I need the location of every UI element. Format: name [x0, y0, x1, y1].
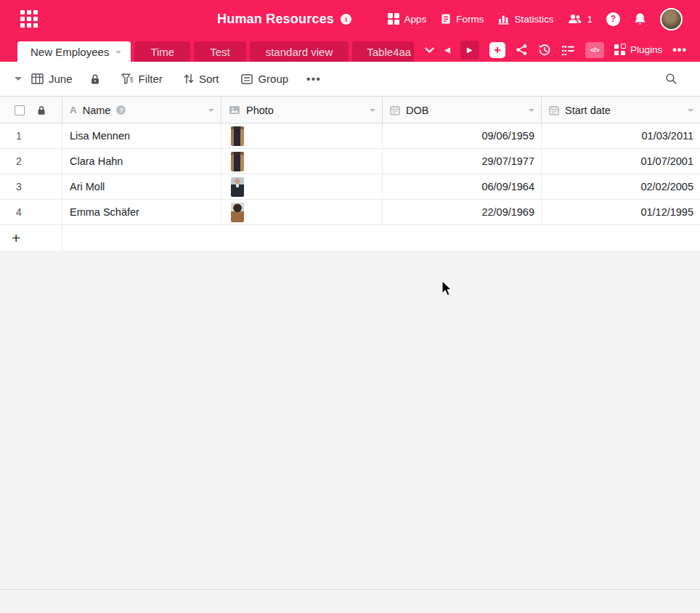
- row-number: 4: [16, 206, 22, 218]
- filter-icon: [121, 73, 134, 84]
- filter-label: Filter: [139, 73, 163, 85]
- name-value: Emma Schäfer: [70, 206, 139, 218]
- add-row-row: +: [0, 225, 700, 251]
- page-title: Human Resources: [217, 12, 334, 27]
- column-header-dob[interactable]: DOB: [383, 97, 542, 123]
- start-date-value: 01/12/1995: [640, 206, 693, 218]
- tab-test[interactable]: Test: [194, 41, 246, 62]
- add-table-button[interactable]: +: [489, 42, 505, 58]
- table-row[interactable]: 3 Ari Moll 06/09/1964 02/02/2005: [0, 174, 700, 200]
- add-row-button[interactable]: +: [0, 225, 62, 251]
- scroll-tabs-right-button[interactable]: ▶: [460, 41, 479, 60]
- topbar-actions: Apps Forms Statistics 1 ?: [388, 0, 683, 38]
- column-dropdown-icon[interactable]: [529, 109, 534, 115]
- grid-header-gutter: [0, 97, 62, 123]
- tab-label: Time: [150, 46, 174, 58]
- cell-start-date[interactable]: 02/02/2005: [542, 174, 700, 199]
- cell-photo[interactable]: [221, 174, 383, 199]
- group-button[interactable]: Group: [241, 73, 288, 85]
- search-icon[interactable]: [665, 73, 677, 85]
- cell-photo[interactable]: [221, 149, 383, 174]
- cell-dob[interactable]: 06/09/1964: [383, 174, 542, 199]
- toolbar-more-icon[interactable]: •••: [306, 73, 321, 85]
- forms-button[interactable]: Forms: [440, 13, 484, 25]
- table-row[interactable]: 1 Lisa Mennen 09/06/1959 01/03/2011: [0, 123, 700, 149]
- cell-start-date[interactable]: 01/03/2011: [542, 123, 700, 148]
- table-row[interactable]: 2 Clara Hahn 29/07/1977 01/07/2001: [0, 149, 700, 174]
- history-icon[interactable]: [538, 44, 551, 57]
- cell-dob[interactable]: 09/06/1959: [383, 123, 542, 148]
- statistics-button[interactable]: Statistics: [497, 13, 553, 25]
- collaborators-icon: [567, 13, 582, 25]
- photo-thumbnail[interactable]: [231, 203, 244, 222]
- filter-button[interactable]: Filter: [121, 73, 163, 85]
- cell-name[interactable]: Clara Hahn: [62, 149, 221, 174]
- views-collapse-icon[interactable]: [15, 77, 22, 84]
- select-all-checkbox[interactable]: [15, 105, 25, 115]
- name-value: Ari Moll: [70, 181, 105, 192]
- user-avatar[interactable]: [660, 8, 683, 31]
- cell-start-date[interactable]: 01/12/1995: [542, 200, 700, 224]
- sort-button[interactable]: Sort: [184, 73, 219, 85]
- cell-photo[interactable]: [221, 123, 383, 148]
- row-gutter[interactable]: 2: [0, 149, 62, 174]
- workspace-grid-icon[interactable]: [20, 10, 38, 28]
- apps-button[interactable]: Apps: [388, 13, 426, 25]
- tab-standard-view[interactable]: standard view: [250, 41, 349, 62]
- cell-dob[interactable]: 22/09/1969: [383, 200, 542, 224]
- start-date-value: 01/07/2001: [640, 155, 693, 167]
- row-gutter[interactable]: 3: [0, 174, 62, 199]
- settings-sliders-icon[interactable]: [561, 44, 575, 56]
- share-icon[interactable]: [516, 44, 528, 56]
- tabs-more-icon[interactable]: •••: [672, 44, 687, 57]
- info-icon[interactable]: i: [341, 14, 351, 25]
- scroll-tabs-left-icon[interactable]: ◀: [444, 46, 450, 54]
- data-grid: A Name ? Photo DOB: [0, 97, 700, 251]
- column-name: Start date: [565, 105, 611, 116]
- column-dropdown-icon[interactable]: [370, 109, 375, 115]
- column-dropdown-icon[interactable]: [208, 109, 214, 115]
- lock-view-icon[interactable]: [90, 73, 100, 85]
- column-description-icon[interactable]: ?: [116, 105, 126, 115]
- cell-photo[interactable]: [221, 200, 383, 224]
- dob-value: 09/06/1959: [481, 130, 534, 142]
- row-gutter[interactable]: 4: [0, 200, 62, 224]
- cell-name[interactable]: Emma Schäfer: [62, 200, 221, 224]
- tab-new-employees[interactable]: New Employees: [17, 41, 131, 62]
- row-gutter[interactable]: 1: [0, 123, 62, 148]
- notifications-button[interactable]: [634, 12, 646, 25]
- dob-value: 29/07/1977: [481, 155, 534, 167]
- lock-column-icon[interactable]: [37, 105, 46, 115]
- photo-thumbnail[interactable]: [231, 126, 244, 146]
- chevron-down-icon[interactable]: [115, 51, 121, 57]
- mouse-cursor: [441, 280, 453, 297]
- collaborators-button[interactable]: 1: [567, 13, 593, 25]
- image-column-icon: [229, 105, 240, 115]
- column-header-start-date[interactable]: Start date: [542, 97, 700, 123]
- view-switcher[interactable]: June: [31, 73, 73, 85]
- tab-time[interactable]: Time: [134, 41, 190, 62]
- table-row[interactable]: 4 Emma Schäfer 22/09/1969 01/12/1995: [0, 200, 700, 225]
- cell-start-date[interactable]: 01/07/2001: [542, 149, 700, 174]
- name-value: Lisa Mennen: [70, 130, 130, 142]
- tabs-dropdown-chevron-icon[interactable]: [425, 47, 434, 53]
- cell-name[interactable]: Ari Moll: [62, 174, 221, 199]
- plugins-icon: [614, 44, 625, 55]
- column-header-name[interactable]: A Name ?: [62, 97, 221, 123]
- tab-table4aa[interactable]: Table4aa: [352, 41, 414, 62]
- cell-dob[interactable]: 29/07/1977: [383, 149, 542, 174]
- table-view-icon: [31, 73, 44, 84]
- column-dropdown-icon[interactable]: [688, 109, 693, 115]
- empty-canvas: [0, 251, 700, 589]
- photo-thumbnail[interactable]: [231, 177, 244, 197]
- api-code-icon[interactable]: </>: [585, 42, 604, 58]
- column-name: Photo: [246, 105, 274, 116]
- column-header-photo[interactable]: Photo: [221, 97, 383, 123]
- table-tab-bar: New Employees Time Test standard view Ta…: [0, 38, 700, 62]
- photo-thumbnail[interactable]: [231, 152, 244, 171]
- name-value: Clara Hahn: [70, 155, 123, 167]
- help-button[interactable]: ?: [606, 12, 620, 26]
- add-row-spacer: [62, 225, 700, 251]
- plugins-button[interactable]: Plugins: [614, 44, 662, 55]
- cell-name[interactable]: Lisa Mennen: [62, 123, 221, 148]
